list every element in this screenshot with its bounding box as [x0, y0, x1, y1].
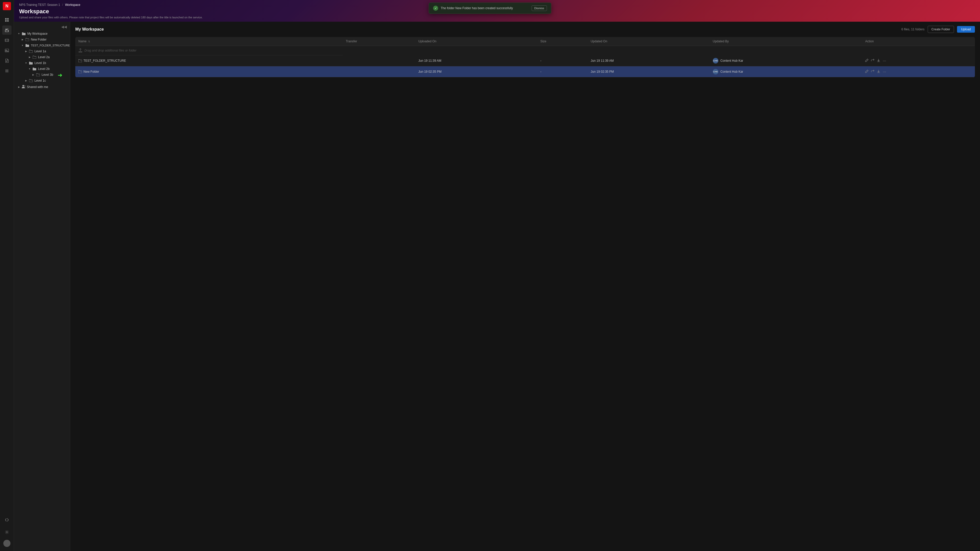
level-1a-toggle[interactable]: ▶	[24, 49, 28, 53]
nav-list-icon[interactable]	[2, 66, 11, 76]
shared-with-me-label: Shared with me	[27, 85, 48, 89]
new-folder-row-name[interactable]: New Folder	[83, 70, 99, 73]
level-1c-toggle[interactable]: ▶	[24, 79, 28, 83]
sidebar: ◀◀ ▼ My Workspace ▶	[14, 22, 70, 209]
sidebar-item-test-folder[interactable]: ▼ TEST_FOLDER_STRUCTURE	[15, 43, 69, 48]
nav-film-icon[interactable]	[2, 36, 11, 45]
new-folder-toggle[interactable]: ▶	[21, 38, 24, 41]
sidebar-item-level-1c[interactable]: ▶ Level 1c	[15, 78, 69, 83]
folder-cell: TEST_FOLDER_STRUCTURE	[78, 59, 340, 62]
sidebar-item-level-1a[interactable]: ▶ Level 1a	[15, 48, 69, 54]
breadcrumb-separator: /	[62, 3, 63, 6]
upload-drag-icon	[78, 48, 83, 52]
level-1c-label: Level 1c	[35, 79, 46, 83]
header: NPS Training TEST: Season 1 / Workspace …	[14, 0, 372, 22]
sidebar-item-new-folder[interactable]: ▶ New Folder	[15, 37, 69, 42]
row-transfer	[343, 56, 372, 66]
sidebar-item-level-1b[interactable]: ▼ Level 1b	[15, 60, 69, 66]
level-1b-icon	[29, 62, 33, 65]
level-1a-label: Level 1a	[35, 49, 46, 53]
level-3b-toggle[interactable]: ▶	[32, 73, 35, 76]
folder-cell-new: New Folder	[78, 70, 340, 73]
level-1b-toggle[interactable]: ▼	[24, 61, 28, 65]
svg-rect-1	[7, 18, 9, 20]
row-name[interactable]: TEST_FOLDER_STRUCTURE	[83, 59, 126, 62]
test-folder-toggle[interactable]: ▼	[21, 44, 24, 47]
level-2b-toggle[interactable]: ▼	[28, 67, 32, 71]
drag-drop-text: Drag and drop additional files or folder	[84, 49, 136, 52]
green-arrow-indicator: ➜	[58, 72, 62, 79]
level-2b-label: Level 2b	[38, 67, 49, 71]
breadcrumb: NPS Training TEST: Season 1 / Workspace	[19, 3, 372, 6]
row-folder-icon-new	[78, 70, 82, 73]
shared-icon	[22, 85, 26, 89]
table-header-transfer[interactable]: Transfer	[343, 37, 372, 46]
drag-drop-row: Drag and drop additional files or folder	[75, 46, 372, 56]
sidebar-item-level-2b[interactable]: ▼ Level 2b	[15, 66, 69, 72]
main-content: My Workspace 6 files, 11 folders Create …	[70, 22, 372, 209]
test-folder-label: TEST_FOLDER_STRUCTURE	[31, 44, 70, 47]
level-2b-icon	[33, 67, 37, 70]
svg-rect-0	[5, 18, 6, 20]
level-1a-icon	[29, 50, 33, 53]
new-folder-icon	[25, 38, 30, 41]
table-row: TEST_FOLDER_STRUCTURE Jun 19 11:39 AM - …	[75, 56, 372, 66]
level-2a-label: Level 2a	[38, 56, 49, 59]
level-3b-label: Level 3b	[41, 73, 53, 76]
level-2a-toggle[interactable]: ▶	[28, 56, 32, 59]
my-workspace-toggle[interactable]: ▼	[17, 32, 21, 35]
sidebar-item-level-2a[interactable]: ▶ Level 2a	[15, 54, 69, 60]
new-folder-label: New Folder	[31, 38, 46, 41]
nav-image-icon[interactable]	[2, 46, 11, 55]
my-workspace-folder-icon	[22, 32, 26, 35]
sidebar-collapse-button[interactable]: ◀◀	[61, 25, 67, 29]
workspace-header: My Workspace 6 files, 11 folders Create …	[75, 26, 372, 33]
sort-icon: ⇅	[88, 40, 90, 43]
netflix-logo: N	[3, 2, 11, 10]
nav-document-icon[interactable]	[2, 56, 11, 65]
nav-workspace-icon[interactable]	[2, 25, 11, 35]
breadcrumb-parent[interactable]: NPS Training TEST: Season 1	[19, 3, 60, 6]
svg-rect-4	[5, 39, 9, 41]
test-folder-icon	[25, 44, 30, 47]
level-2a-icon	[33, 56, 37, 59]
level-1b-label: Level 1b	[35, 61, 46, 65]
row-transfer-new	[343, 66, 372, 77]
workspace-title: My Workspace	[75, 27, 104, 32]
sidebar-item-shared-with-me[interactable]: ▶ Shared with me	[15, 84, 69, 90]
table-header-name[interactable]: Name ⇅	[75, 37, 343, 46]
file-table: Name ⇅ Transfer Uploaded On Size Updated…	[75, 37, 372, 77]
row-folder-icon	[78, 59, 82, 62]
nav-grid-icon[interactable]	[2, 15, 11, 24]
svg-rect-3	[7, 20, 9, 22]
level-3b-icon	[36, 73, 40, 76]
sidebar-item-my-workspace[interactable]: ▼ My Workspace	[15, 31, 69, 37]
shared-toggle[interactable]: ▶	[17, 85, 21, 89]
svg-rect-11	[5, 49, 9, 52]
page-subtitle: Upload and share your files with others.…	[19, 16, 372, 19]
level-1c-icon	[29, 79, 33, 82]
breadcrumb-current: Workspace	[65, 3, 80, 6]
icon-rail: N	[0, 0, 14, 209]
table-row-highlighted: New Folder Jun 19 02:35 PM - Jun 19 02:3…	[75, 66, 372, 77]
my-workspace-label: My Workspace	[27, 32, 48, 35]
page-title: Workspace	[19, 8, 372, 15]
svg-rect-2	[5, 20, 6, 22]
